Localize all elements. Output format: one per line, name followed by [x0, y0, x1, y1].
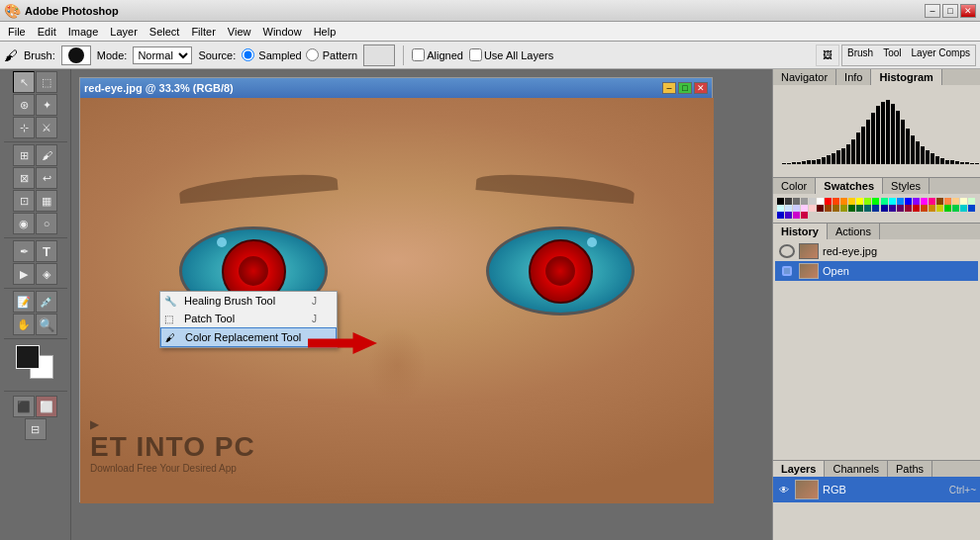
color-swatch[interactable] — [793, 205, 800, 212]
ctx-healing-brush[interactable]: 🔧 Healing Brush Tool J — [160, 292, 337, 310]
doc-minimize-btn[interactable]: – — [662, 82, 676, 94]
standard-mode-btn[interactable]: ⬛ — [13, 396, 35, 417]
maximize-button[interactable]: □ — [942, 4, 958, 18]
crop-tool[interactable]: ⊹ — [13, 117, 35, 138]
marquee-tool[interactable]: ⬚ — [36, 71, 57, 93]
color-swatch[interactable] — [872, 205, 879, 212]
menu-image[interactable]: Image — [62, 25, 105, 39]
color-selector[interactable] — [16, 345, 55, 385]
move-tool[interactable]: ↖ — [13, 71, 35, 93]
color-swatch[interactable] — [777, 205, 784, 212]
menu-window[interactable]: Window — [257, 25, 308, 39]
color-swatch[interactable] — [968, 205, 975, 212]
color-swatch[interactable] — [889, 205, 896, 212]
shape-tool[interactable]: ◈ — [36, 263, 57, 285]
color-swatch[interactable] — [785, 198, 792, 205]
layer-comps-tab[interactable]: Layer Comps — [908, 46, 974, 64]
aligned-checkbox[interactable] — [412, 48, 425, 61]
color-swatch[interactable] — [897, 198, 904, 205]
menu-layer[interactable]: Layer — [104, 25, 144, 39]
zoom-tool[interactable]: 🔍 — [36, 314, 57, 335]
color-swatch[interactable] — [864, 198, 871, 205]
notes-tool[interactable]: 📝 — [13, 291, 35, 313]
color-swatch[interactable] — [872, 198, 879, 205]
path-selection-tool[interactable]: ▶ — [13, 263, 35, 285]
tab-actions[interactable]: Actions — [828, 224, 880, 239]
healing-brush-tool[interactable]: ⊞ — [13, 144, 35, 166]
color-swatch[interactable] — [913, 205, 920, 212]
color-swatch[interactable] — [929, 198, 935, 205]
color-swatch[interactable] — [840, 205, 847, 212]
color-swatch[interactable] — [856, 205, 863, 212]
color-swatch[interactable] — [921, 205, 928, 212]
tab-channels[interactable]: Channels — [825, 461, 887, 477]
color-swatch[interactable] — [817, 205, 824, 212]
tab-styles[interactable]: Styles — [883, 178, 930, 194]
menu-view[interactable]: View — [222, 25, 257, 39]
history-snapshot-item[interactable]: red-eye.jpg — [775, 241, 978, 261]
history-brush-tool[interactable]: ↩ — [36, 167, 57, 189]
magic-wand-tool[interactable]: ✦ — [36, 94, 57, 116]
color-swatch[interactable] — [785, 205, 792, 212]
dodge-tool[interactable]: ○ — [36, 213, 57, 234]
eraser-tool[interactable]: ⊡ — [13, 190, 35, 212]
tab-navigator[interactable]: Navigator — [773, 69, 836, 85]
color-swatch[interactable] — [897, 205, 904, 212]
palette-icon-btn[interactable]: 🖼 — [816, 45, 839, 66]
color-swatch[interactable] — [785, 212, 792, 219]
color-swatch[interactable] — [921, 198, 928, 205]
tab-swatches[interactable]: Swatches — [816, 178, 883, 194]
color-swatch[interactable] — [777, 198, 784, 205]
color-swatch[interactable] — [944, 198, 951, 205]
color-swatch[interactable] — [952, 205, 959, 212]
color-swatch[interactable] — [905, 205, 912, 212]
color-swatch[interactable] — [864, 205, 871, 212]
foreground-color-box[interactable] — [16, 345, 40, 369]
pattern-radio[interactable] — [306, 48, 319, 61]
minimize-button[interactable]: – — [925, 4, 940, 18]
color-swatch[interactable] — [777, 212, 784, 219]
color-swatch[interactable] — [833, 198, 839, 205]
pen-tool[interactable]: ✒ — [13, 240, 35, 262]
ctx-patch-tool[interactable]: ⬚ Patch Tool J — [160, 310, 337, 327]
brush-tab[interactable]: Brush — [843, 46, 877, 64]
lasso-tool[interactable]: ⊛ — [13, 94, 35, 116]
layer-rgb[interactable]: 👁 RGB Ctrl+~ — [773, 477, 980, 502]
type-tool[interactable]: T — [36, 240, 57, 262]
blur-tool[interactable]: ◉ — [13, 213, 35, 234]
color-swatch[interactable] — [793, 198, 800, 205]
menu-select[interactable]: Select — [144, 25, 186, 39]
use-all-layers-checkbox[interactable] — [469, 48, 482, 61]
color-swatch[interactable] — [825, 205, 832, 212]
history-open-item[interactable]: Open — [775, 261, 978, 281]
color-swatch[interactable] — [840, 198, 847, 205]
screen-mode-btn[interactable]: ⊟ — [25, 418, 47, 440]
hand-tool[interactable]: ✋ — [13, 314, 35, 335]
tool-tab[interactable]: Tool — [879, 46, 905, 64]
color-swatch[interactable] — [944, 205, 951, 212]
tab-paths[interactable]: Paths — [888, 461, 932, 477]
quick-mask-btn[interactable]: ⬜ — [36, 396, 57, 417]
color-swatch[interactable] — [801, 198, 808, 205]
tab-history[interactable]: History — [773, 224, 828, 239]
tab-histogram[interactable]: Histogram — [871, 69, 941, 85]
layer-visibility-eye[interactable]: 👁 — [777, 483, 791, 496]
doc-close-btn[interactable]: ✕ — [694, 82, 708, 94]
color-swatch[interactable] — [960, 205, 967, 212]
menu-file[interactable]: File — [2, 25, 32, 39]
mode-select[interactable]: Normal Multiply Screen — [133, 46, 192, 64]
color-swatch[interactable] — [913, 198, 920, 205]
color-swatch[interactable] — [848, 205, 855, 212]
gradient-tool[interactable]: ▦ — [36, 190, 57, 212]
slice-tool[interactable]: ⚔ — [36, 117, 57, 138]
color-swatch[interactable] — [889, 198, 896, 205]
tab-info[interactable]: Info — [836, 69, 871, 85]
color-swatch[interactable] — [809, 205, 816, 212]
color-swatch[interactable] — [929, 205, 935, 212]
clone-stamp-tool[interactable]: ⊠ — [13, 167, 35, 189]
color-swatch[interactable] — [881, 198, 888, 205]
color-swatch[interactable] — [801, 212, 808, 219]
close-button[interactable]: ✕ — [960, 4, 976, 18]
color-swatch[interactable] — [905, 198, 912, 205]
menu-filter[interactable]: Filter — [185, 25, 221, 39]
